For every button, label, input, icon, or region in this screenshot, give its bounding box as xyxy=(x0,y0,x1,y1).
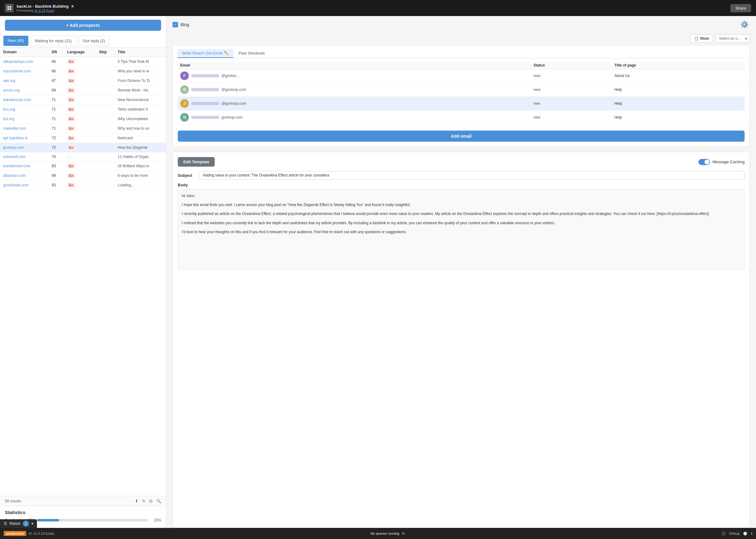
version-label: v1.3.13 (Live) xyxy=(33,532,54,535)
add-email-button[interactable]: Add email xyxy=(178,130,745,142)
subject-label: Subject xyxy=(178,173,196,178)
dr-cell: 66 xyxy=(49,66,64,76)
skip-cell xyxy=(96,86,114,95)
topbar-info: backl.io - Backlink Building ★ Previewin… xyxy=(17,4,75,12)
debug-label[interactable]: Debug xyxy=(729,532,739,535)
topbar-subtitle: Previewing v1.3.13 (Live) xyxy=(17,9,75,12)
svg-rect-0 xyxy=(7,6,9,8)
lang-cell: — xyxy=(64,152,96,161)
domain-cell: alltopstartups.com xyxy=(0,57,49,66)
star-icon[interactable]: ★ xyxy=(71,4,75,9)
email-table-row[interactable]: N govloop.com new Help xyxy=(178,111,745,124)
page-title-cell: Help xyxy=(612,97,745,111)
skip-cell xyxy=(96,161,114,171)
lang-cell: En xyxy=(64,76,96,86)
main-layout: + Add prospects New (99) Waiting for rep… xyxy=(0,16,756,528)
table-row[interactable]: bakadesuyo.com 71 En New Neuroscience xyxy=(0,95,166,105)
filter-icon[interactable]: ⊟ xyxy=(149,499,152,503)
move-select[interactable]: Select an o... xyxy=(716,35,750,42)
email-table-row[interactable]: J @govloop.com new Help xyxy=(178,97,745,111)
tab-past-sendouts[interactable]: Past Sendouts xyxy=(234,49,269,58)
table-row[interactable]: mailerlite.com 71 En Why and how to us xyxy=(0,124,166,133)
table-row[interactable]: goodreads.com 93 En Loading... xyxy=(0,181,166,190)
table-row[interactable]: mycustomer.com 66 En Why you need to w xyxy=(0,66,166,76)
retool-bar[interactable]: ☰ Retool I ▾ xyxy=(0,519,37,528)
download-icon[interactable]: ⬇ xyxy=(135,499,138,503)
domain-cell: api.hypothes.is xyxy=(0,133,49,143)
email-card: Write Reach Out Email ✏️ Past Sendouts E… xyxy=(173,45,750,147)
table-row[interactable]: govloop.com 72 En How the Ziegarnik xyxy=(0,143,166,152)
topbar-title: backl.io - Backlink Building xyxy=(17,4,69,9)
prospects-table-wrapper: Domain DR Language Skip Title alltopstar… xyxy=(0,47,166,496)
dr-cell: 71 xyxy=(49,105,64,114)
lang-cell: En xyxy=(64,105,96,114)
table-row[interactable]: atlassian.com 89 En 6 ways to be more xyxy=(0,171,166,181)
info-icon[interactable]: ℹ xyxy=(751,532,752,536)
move-button[interactable]: 📋 Move xyxy=(690,35,713,42)
status-cell: new xyxy=(531,69,612,83)
move-select-wrap: Select an o... xyxy=(716,35,750,42)
table-row[interactable]: wordstream.com 83 En 26 Brilliant Ways t… xyxy=(0,161,166,171)
topbar-left: backl.io - Backlink Building ★ Previewin… xyxy=(5,4,75,12)
email-table-row[interactable]: F @govloo... new About Us xyxy=(178,69,745,83)
body-paragraph-1: I hope this email finds you well. I came… xyxy=(182,202,741,208)
bottombar: production 🏷 v1.3.13 (Live) No queries r… xyxy=(0,528,756,539)
skip-cell xyxy=(96,133,114,143)
table-row[interactable]: alltopstartups.com 66 En 5 Tips That Too… xyxy=(0,57,166,66)
refresh-icon[interactable]: ↻ xyxy=(142,499,145,503)
lang-cell: En xyxy=(64,95,96,105)
search-icon[interactable]: 🔍 xyxy=(156,499,161,503)
table-row[interactable]: kut.org 71 En Why Uncompleted xyxy=(0,114,166,124)
topbar: backl.io - Backlink Building ★ Previewin… xyxy=(0,0,756,16)
dr-cell: 71 xyxy=(49,95,64,105)
retool-chevron: ▾ xyxy=(32,521,33,526)
environment-badge[interactable]: production xyxy=(4,531,26,536)
version-badge[interactable]: 🏷 v1.3.13 (Live) xyxy=(29,532,54,535)
tab-got-reply[interactable]: Got reply (2) xyxy=(78,36,110,46)
move-label: Move xyxy=(700,37,709,40)
table-row[interactable]: api.hypothes.is 72 En flashcard xyxy=(0,133,166,143)
share-button[interactable]: Share xyxy=(730,4,751,12)
message-caching-toggle[interactable] xyxy=(698,159,710,165)
skip-cell xyxy=(96,105,114,114)
title-cell: 6 ways to be more xyxy=(114,171,166,181)
page-title-cell: Help xyxy=(612,83,745,97)
bottombar-center: No queries running ↻ xyxy=(371,532,405,536)
tab-new[interactable]: New (99) xyxy=(3,36,28,46)
gear-icon[interactable]: ⚙️ xyxy=(739,19,750,30)
skip-cell xyxy=(96,114,114,124)
title-cell: 11 Habits of Organ xyxy=(114,152,166,161)
move-icon: 📋 xyxy=(694,37,699,40)
stat-pct: 20% xyxy=(151,518,161,522)
left-panel: + Add prospects New (99) Waiting for rep… xyxy=(0,16,166,528)
table-row[interactable]: scrum.org 69 En Remote Work - Ho xyxy=(0,86,166,95)
table-row[interactable]: bcs.org 71 En Tetris celebrates 3 xyxy=(0,105,166,114)
table-footer-icons: ⬇ ↻ ⊟ 🔍 xyxy=(135,499,161,503)
email-col-title: Title of page xyxy=(612,62,745,69)
title-cell: How the Ziegarnik xyxy=(114,143,166,152)
domain-cell: mycustomer.com xyxy=(0,66,49,76)
dr-cell: 71 xyxy=(49,114,64,124)
body-greeting: Hi John, xyxy=(182,193,741,199)
dr-cell: 93 xyxy=(49,181,64,190)
lang-cell: En xyxy=(64,86,96,95)
domain-cell: solvusoft.com xyxy=(0,152,49,161)
tab-waiting[interactable]: Waiting for reply (21) xyxy=(30,36,76,46)
body-label: Body xyxy=(178,183,745,187)
email-col-email: Email xyxy=(178,62,531,69)
email-cell: J @govloop.com xyxy=(178,97,531,111)
version-link[interactable]: v1.3.13 (Live) xyxy=(34,9,55,12)
table-row[interactable]: solvusoft.com 74 — 11 Habits of Organ xyxy=(0,152,166,161)
subject-input[interactable] xyxy=(199,171,745,180)
edit-template-button[interactable]: Edit Template xyxy=(178,157,215,167)
add-prospects-button[interactable]: + Add prospects xyxy=(5,20,161,31)
tab-write-reach-out[interactable]: Write Reach Out Email ✏️ xyxy=(178,49,233,58)
body-paragraph-3: I noticed that the websites you currentl… xyxy=(182,220,741,226)
retool-avatar: I xyxy=(23,520,29,527)
email-table-row[interactable]: D @govloop.com new Help xyxy=(178,83,745,97)
table-row[interactable]: wpr.org 67 En From Dickens To 'D xyxy=(0,76,166,86)
clock-icon[interactable]: 🕐 xyxy=(743,532,747,536)
blog-checkbox[interactable]: ✓ xyxy=(173,22,178,28)
email-col-status: Status xyxy=(531,62,612,69)
bottombar-left: production 🏷 v1.3.13 (Live) xyxy=(4,531,54,536)
